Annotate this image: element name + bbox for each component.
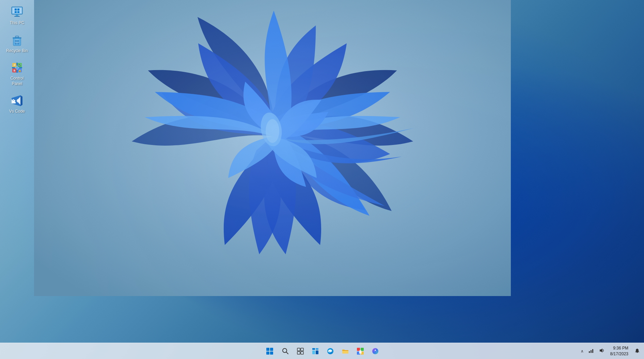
svg-rect-23	[20, 67, 22, 68]
svg-rect-44	[297, 352, 300, 354]
desktop-background	[0, 0, 644, 359]
svg-rect-47	[316, 348, 318, 350]
svg-rect-42	[297, 348, 300, 351]
taskbar-center	[262, 344, 382, 358]
svg-rect-39	[270, 352, 273, 355]
chevron-up-icon: ∧	[581, 349, 584, 354]
notification-icon	[634, 348, 640, 353]
edge-button[interactable]	[324, 344, 337, 358]
svg-rect-43	[301, 348, 303, 351]
bloom-wallpaper	[34, 0, 511, 296]
svg-rect-20	[16, 63, 18, 65]
svg-text:🖥: 🖥	[13, 69, 16, 72]
recycle-bin-icon-image	[10, 33, 24, 47]
svg-rect-37	[270, 348, 273, 351]
svg-rect-5	[12, 7, 22, 14]
control-panel-icon[interactable]: ⚙ 🔊 🖥 🔒 ControlPanel	[3, 59, 31, 88]
svg-rect-36	[266, 348, 269, 351]
svg-rect-57	[592, 349, 593, 353]
svg-rect-7	[14, 16, 20, 17]
svg-text:🔊: 🔊	[18, 63, 21, 67]
microsoft-store-button[interactable]	[354, 344, 367, 358]
recycle-bin-label: Recycle Bin	[6, 48, 28, 54]
edge-icon	[327, 347, 334, 355]
this-pc-icon[interactable]: This PC	[3, 3, 31, 28]
svg-text:⚙: ⚙	[13, 64, 16, 67]
svg-rect-21	[16, 71, 18, 73]
search-button[interactable]	[279, 344, 292, 358]
svg-rect-6	[16, 14, 18, 16]
svg-rect-38	[266, 352, 269, 355]
search-icon	[282, 348, 289, 355]
svg-rect-10	[15, 11, 17, 13]
widgets-icon	[312, 348, 319, 355]
show-hidden-icons-button[interactable]: ∧	[579, 347, 585, 355]
recycle-bin-icon[interactable]: Recycle Bin	[3, 31, 31, 56]
svg-rect-9	[17, 9, 19, 11]
arc-icon	[372, 347, 379, 355]
svg-rect-46	[312, 348, 315, 350]
desktop-icons: This PC Recycle Bin	[3, 3, 31, 116]
network-icon[interactable]	[587, 346, 595, 356]
vscode-icon[interactable]: Vs Code	[3, 92, 31, 116]
clock[interactable]: 9:36 PM 8/17/2023	[608, 344, 631, 358]
svg-rect-50	[342, 350, 348, 351]
svg-rect-52	[361, 348, 364, 351]
start-button[interactable]	[262, 344, 277, 358]
svg-rect-14	[15, 36, 19, 37]
svg-rect-45	[301, 352, 303, 354]
microsoft-store-icon	[357, 347, 364, 355]
arc-browser-button[interactable]	[368, 344, 382, 358]
vscode-label: Vs Code	[9, 109, 25, 114]
clock-date: 8/17/2023	[610, 351, 628, 357]
svg-rect-55	[589, 351, 590, 353]
notification-button[interactable]	[633, 346, 641, 356]
svg-rect-11	[17, 11, 19, 13]
task-view-icon	[297, 348, 304, 355]
this-pc-label: This PC	[10, 20, 25, 26]
svg-text:🔒: 🔒	[18, 69, 21, 72]
taskbar: ∧ 9:36 PM 8/17/2023	[0, 343, 644, 359]
widgets-button[interactable]	[309, 344, 322, 358]
svg-rect-8	[15, 9, 17, 11]
svg-point-40	[283, 348, 287, 353]
vscode-icon-image	[10, 94, 24, 108]
this-pc-icon-image	[10, 5, 24, 19]
control-panel-icon-image: ⚙ 🔊 🖥 🔒	[10, 61, 24, 75]
start-icon	[266, 347, 273, 355]
svg-line-41	[286, 352, 288, 354]
svg-rect-22	[12, 67, 14, 68]
svg-rect-49	[316, 350, 318, 354]
svg-rect-56	[591, 350, 592, 353]
svg-rect-3	[34, 0, 511, 296]
volume-icon[interactable]	[597, 346, 606, 356]
system-tray: ∧ 9:36 PM 8/17/2023	[579, 344, 641, 358]
control-panel-label: ControlPanel	[11, 76, 24, 86]
task-view-button[interactable]	[294, 344, 307, 358]
file-explorer-button[interactable]	[339, 344, 352, 358]
clock-time: 9:36 PM	[613, 345, 628, 351]
svg-rect-48	[312, 350, 315, 354]
file-explorer-icon	[342, 347, 349, 355]
